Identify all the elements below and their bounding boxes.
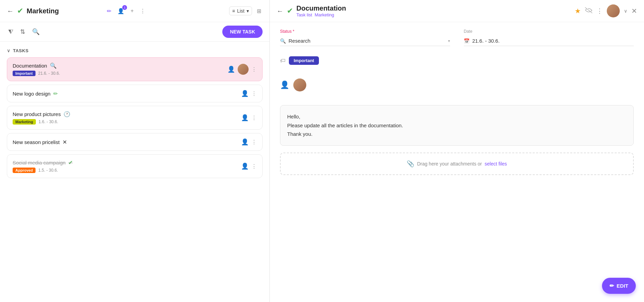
status-search-icon: 🔍 (280, 38, 286, 44)
task-tag: Approved (13, 168, 36, 173)
task-meta: Important 21.6. - 30.6. (13, 71, 224, 76)
table-row[interactable]: Documentation 🔍 Important 21.6. - 30.6. … (7, 57, 263, 81)
right-body: Status * 🔍 ▾ Date 📅 21.6. - 30.6. 🏷 Impo… (270, 22, 644, 302)
message-line3: Thank you. (287, 130, 627, 139)
fields-row: Status * 🔍 ▾ Date 📅 21.6. - 30.6. (280, 29, 634, 46)
back-button[interactable]: ← (7, 7, 14, 15)
view-label: List (237, 8, 244, 14)
check-icon: ✔ (68, 159, 73, 166)
paperclip-icon: 📎 (407, 160, 414, 168)
sort-button[interactable]: ⇅ (19, 27, 27, 37)
status-input-container: 🔍 ▾ (280, 36, 450, 46)
close-button[interactable]: ✕ (631, 7, 637, 15)
task-date: 1.5. - 30.6. (38, 168, 58, 173)
table-row[interactable]: New logo design ✏ 👤 ⋮ (7, 85, 263, 102)
user-badge: 👤 1 (116, 6, 126, 16)
attachment-zone[interactable]: 📎 Drag here your attachments or select f… (280, 153, 634, 175)
table-row[interactable]: New season pricelist ✕ 👤 ⋮ (7, 133, 263, 151)
task-content: New season pricelist ✕ (13, 139, 238, 145)
task-tag: Marketing (13, 119, 36, 125)
task-content: New logo design ✏ (13, 90, 238, 97)
search-button[interactable]: 🔍 (31, 27, 41, 37)
tasks-header: ∨ TASKS (7, 45, 263, 57)
task-actions: 👤 ⋮ (241, 90, 257, 97)
table-row[interactable]: New product pictures 🕐 Marketing 1.6. - … (7, 106, 263, 130)
message-line1: Hello, (287, 112, 627, 121)
task-name: Documentation 🔍 (13, 62, 224, 69)
task-meta: Approved 1.5. - 30.6. (13, 168, 238, 173)
task-name: New season pricelist ✕ (13, 139, 238, 145)
search-pink-icon: 🔍 (50, 62, 57, 69)
list-icon: ≡ (232, 8, 235, 14)
select-files-link[interactable]: select files (485, 161, 507, 167)
task-actions: 👤 ⋮ (241, 138, 257, 146)
filter-button[interactable]: ⧨ (7, 27, 15, 37)
status-input[interactable] (289, 38, 445, 44)
more-options-button[interactable]: ⋮ (139, 6, 147, 16)
task-content: Documentation 🔍 Important 21.6. - 30.6. (13, 62, 224, 76)
detail-more-button[interactable]: ⋮ (597, 7, 603, 15)
status-label: Status * (280, 29, 450, 34)
left-panel: ← ✔ Marketing ✏ 👤 1 + ⋮ ≡ List ▾ ⊞ ⧨ ⇅ 🔍 (0, 0, 270, 302)
tasks-label: TASKS (13, 48, 29, 53)
assignee-icon: 👤 (241, 90, 249, 97)
date-input-container: 📅 21.6. - 30.6. (464, 36, 634, 46)
detail-title: Documentation (296, 4, 571, 12)
edit-fab-button[interactable]: ✏ EDIT (602, 278, 636, 294)
new-task-button[interactable]: NEW TASK (222, 26, 263, 38)
task-actions: 👤 ⋮ (241, 114, 257, 121)
avatar (293, 78, 306, 91)
filter-icon: ⧨ (8, 28, 13, 35)
edit-title-button[interactable]: ✏ (106, 6, 113, 16)
user-count-badge: 1 (122, 5, 127, 10)
tags-row: 🏷 Important (280, 53, 634, 68)
task-name: New logo design ✏ (13, 90, 238, 97)
date-field: Date 📅 21.6. - 30.6. (464, 29, 634, 46)
check-icon: ✔ (17, 6, 23, 15)
assignee-row: 👤 (280, 75, 634, 95)
view-toggle[interactable]: ≡ List ▾ (229, 6, 252, 15)
task-more-button[interactable]: ⋮ (251, 66, 257, 73)
task-actions: 👤 ⋮ (241, 162, 257, 170)
task-date: 1.6. - 30.6. (39, 119, 58, 124)
date-value: 21.6. - 30.6. (472, 38, 500, 44)
add-user-button[interactable]: + (129, 6, 135, 15)
task-content: Social media campaign ✔ Approved 1.5. - … (13, 159, 238, 173)
detail-back-button[interactable]: ← (277, 7, 283, 15)
detail-subtitle-link[interactable]: Marketing (314, 12, 334, 17)
task-actions: 👤 ⋮ (227, 64, 257, 75)
tag-important[interactable]: Important (289, 56, 319, 65)
task-name: New product pictures 🕐 (13, 111, 238, 117)
table-row[interactable]: Social media campaign ✔ Approved 1.5. - … (7, 154, 263, 178)
page-title: Marketing (27, 7, 102, 15)
date-label: Date (464, 29, 634, 34)
person-icon: 👤 (280, 81, 289, 89)
grid-view-button[interactable]: ⊞ (255, 6, 263, 16)
avatar (607, 4, 620, 17)
task-more-button[interactable]: ⋮ (251, 139, 257, 145)
tasks-chevron[interactable]: ∨ (7, 48, 10, 53)
detail-check-icon: ✔ (287, 6, 293, 15)
task-tag: Important (13, 71, 36, 76)
assignee-icon: 👤 (241, 138, 249, 146)
pencil-icon: ✏ (53, 90, 58, 97)
task-more-button[interactable]: ⋮ (251, 163, 257, 170)
avatar (238, 64, 249, 75)
task-date: 21.6. - 30.6. (38, 71, 60, 76)
task-more-button[interactable]: ⋮ (251, 115, 257, 121)
status-dropdown-icon[interactable]: ▾ (448, 39, 450, 43)
task-more-button[interactable]: ⋮ (251, 90, 257, 97)
avatar-chevron-button[interactable]: ∨ (624, 8, 627, 14)
eye-slash-icon[interactable] (585, 7, 592, 15)
task-meta: Marketing 1.6. - 30.6. (13, 119, 238, 125)
star-icon[interactable]: ★ (575, 7, 581, 15)
cross-icon: ✕ (62, 139, 67, 145)
assignee-icon: 👤 (227, 66, 235, 73)
task-content: New product pictures 🕐 Marketing 1.6. - … (13, 111, 238, 125)
grid-icon: ⊞ (257, 8, 261, 14)
left-header: ← ✔ Marketing ✏ 👤 1 + ⋮ ≡ List ▾ ⊞ (0, 0, 269, 22)
right-header: ← ✔ Documentation Task list Marketing ★ … (270, 0, 644, 22)
tag-icon: 🏷 (280, 58, 285, 64)
assignee-icon: 👤 (241, 114, 249, 121)
clock-icon: 🕐 (64, 111, 70, 117)
